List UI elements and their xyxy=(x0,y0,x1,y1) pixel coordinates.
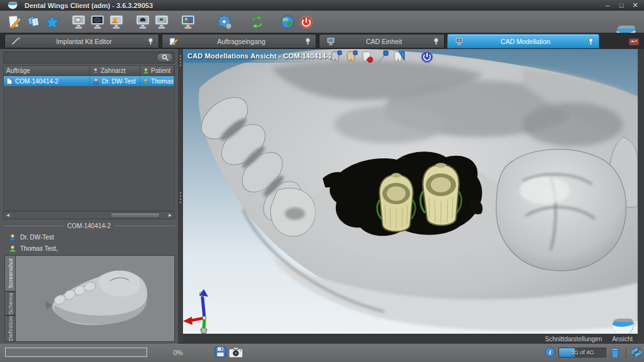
gallery-view-button[interactable] xyxy=(179,13,197,31)
app-window: Dental Wings Client (adm) - 3.6.3.29053 … xyxy=(0,0,644,362)
tab-cad-einheit[interactable]: CAD Einheit xyxy=(319,34,445,48)
column-zahnarzt[interactable]: Zahnarzt xyxy=(90,66,140,76)
monitor-tooth-icon xyxy=(135,14,151,30)
dentist-icon xyxy=(92,78,99,85)
star-icon xyxy=(44,14,60,30)
app-logo-icon xyxy=(6,1,19,9)
schnittdarstellungen-button[interactable]: Schnittdarstellungen xyxy=(545,336,602,343)
model-3d-view[interactable] xyxy=(183,49,638,334)
cad-viewport: CAD Modellations Ansicht - COM-140414-2 xyxy=(183,49,638,344)
network-button[interactable] xyxy=(278,13,297,31)
summary-patient-row: Thomas Test, xyxy=(9,244,172,253)
patient-icon xyxy=(143,78,148,85)
probe-tool[interactable] xyxy=(376,50,390,63)
dentist-name: Dr. DW-Test xyxy=(102,78,136,85)
workflow-tabbar: Implantat Kit Editor Auftragseingang CAD… xyxy=(0,33,644,49)
sync-button[interactable] xyxy=(248,13,267,31)
copy-icon xyxy=(25,14,42,30)
title-bar: Dental Wings Client (adm) - 3.6.3.29053 … xyxy=(0,0,644,11)
cut-view-tool[interactable] xyxy=(392,50,406,63)
tab-label: Auftragseingang xyxy=(179,38,304,45)
image-view-button[interactable] xyxy=(107,13,126,31)
order-sidebar: Aufträge Zahnarzt Patient COM-140414-2 xyxy=(0,49,178,344)
screen-layout-icon[interactable] xyxy=(628,36,640,47)
scroll-right-arrow[interactable]: ► xyxy=(166,212,174,219)
scroll-track[interactable] xyxy=(12,212,166,219)
statusbar-separator xyxy=(626,347,626,358)
tab-auftragseingang[interactable]: Auftragseingang xyxy=(162,34,316,48)
pin-icon[interactable] xyxy=(587,37,595,45)
pin-icon[interactable] xyxy=(432,37,440,45)
search-input[interactable] xyxy=(3,52,175,63)
order-id: COM-140414-2 xyxy=(15,78,58,85)
pin-icon[interactable] xyxy=(304,37,312,45)
monitor-add-icon xyxy=(153,14,170,30)
minimize-button[interactable]: – xyxy=(602,1,613,9)
order-row-selected[interactable]: COM-140414-2 Dr. DW-Test Thomas xyxy=(4,76,174,86)
memory-info-icon[interactable]: i xyxy=(545,346,555,358)
sync-arrows-icon xyxy=(249,14,265,30)
orders-table-header: Aufträge Zahnarzt Patient xyxy=(4,66,174,76)
ansicht-button[interactable]: Ansicht xyxy=(612,336,633,343)
scroll-thumb[interactable] xyxy=(111,212,160,218)
patient-icon xyxy=(9,245,16,253)
tab-cad-modellation[interactable]: CAD Modellation xyxy=(447,34,599,48)
search-button[interactable] xyxy=(157,53,173,62)
progress-percent: 0% xyxy=(148,348,208,357)
tab-screenshot[interactable]: Screenshot xyxy=(4,255,15,292)
scan-view-button[interactable] xyxy=(69,13,88,31)
memory-gauge: 1G of 4G xyxy=(558,348,606,358)
order-summary-title: COM-140414-2 xyxy=(3,222,175,230)
save-button[interactable] xyxy=(214,346,227,358)
select-restoration-tool[interactable] xyxy=(345,50,358,63)
add-unit-view-button[interactable] xyxy=(152,13,171,31)
patient-name: Thomas xyxy=(151,78,174,85)
edit-order-button[interactable] xyxy=(5,13,24,31)
monitor-plus-icon xyxy=(454,37,464,46)
main-toolbar xyxy=(0,11,644,33)
column-patient[interactable]: Patient xyxy=(140,66,174,76)
copy-order-button[interactable] xyxy=(24,13,43,31)
tab-definition[interactable]: Definition xyxy=(4,315,15,342)
cad-view-button[interactable] xyxy=(88,13,107,31)
tooth-view-button[interactable] xyxy=(133,13,152,31)
maximize-button[interactable]: □ xyxy=(616,1,626,9)
globe-icon xyxy=(279,14,296,30)
preview-panel: Screenshot Schema Definition xyxy=(3,255,175,342)
monitor-scan-icon xyxy=(70,14,87,30)
update-globe-button[interactable] xyxy=(631,346,642,358)
close-button[interactable]: ✕ xyxy=(630,1,640,9)
select-model-tool[interactable] xyxy=(329,50,343,63)
shutdown-button[interactable] xyxy=(297,13,316,31)
horizontal-scrollbar: ◄ ► xyxy=(3,211,175,219)
power-icon xyxy=(298,14,314,30)
viewport-power-button[interactable] xyxy=(420,50,434,63)
dentist-icon xyxy=(92,68,99,74)
tab-implantat-kit-editor[interactable]: Implantat Kit Editor xyxy=(4,34,159,48)
jaw-thumbnail-image xyxy=(16,256,174,341)
patient-icon xyxy=(143,68,149,74)
column-auftraege[interactable]: Aufträge xyxy=(4,66,90,76)
tab-schema[interactable]: Schema xyxy=(4,292,15,315)
document-icon xyxy=(6,77,13,85)
orders-table: Aufträge Zahnarzt Patient COM-140414-2 xyxy=(3,65,175,211)
tab-label: Implantat Kit Editor xyxy=(21,38,147,45)
window-title: Dental Wings Client (adm) - 3.6.3.29053 xyxy=(25,2,153,9)
pin-icon[interactable] xyxy=(147,37,155,45)
monitor-icon xyxy=(326,37,336,46)
screenshot-button[interactable] xyxy=(228,346,243,358)
scroll-left-arrow[interactable]: ◄ xyxy=(4,212,12,219)
monitor-mesh-icon xyxy=(89,14,106,30)
viewport-title: CAD Modellations Ansicht - COM-140414-2 xyxy=(187,52,333,60)
tab-label: CAD Modellation xyxy=(464,38,587,45)
search-icon xyxy=(162,54,169,61)
status-bar: 0% i 1G of 4G xyxy=(0,344,644,362)
favorites-button[interactable] xyxy=(43,13,62,31)
main-area: Aufträge Zahnarzt Patient COM-140414-2 xyxy=(0,49,644,344)
mark-point-tool[interactable] xyxy=(360,50,374,63)
trash-button[interactable] xyxy=(609,346,621,358)
settings-button[interactable] xyxy=(215,13,234,31)
viewport-toolbar xyxy=(329,50,434,63)
panel-splitter[interactable] xyxy=(178,49,183,344)
progress-bar xyxy=(5,348,147,357)
